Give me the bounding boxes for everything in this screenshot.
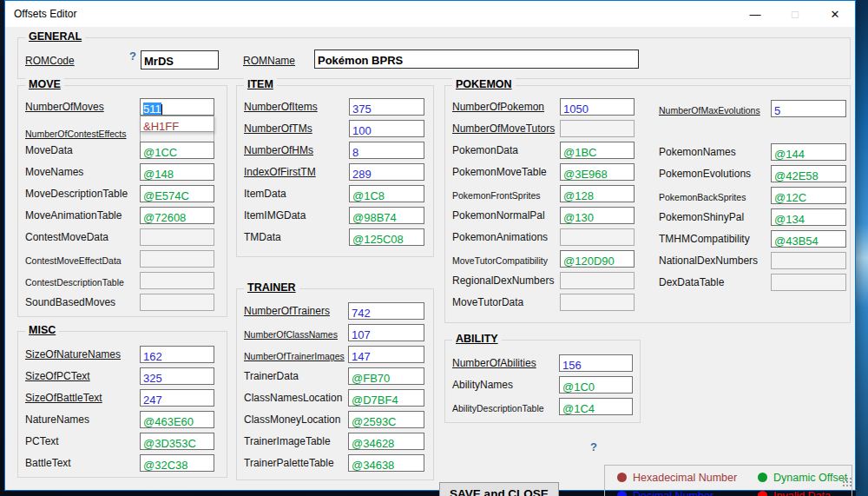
battletext-label: BattleText: [25, 457, 71, 469]
pokemonnames-label: PokemonNames: [659, 146, 736, 158]
numberofmoves-input[interactable]: 511: [140, 98, 214, 116]
numberofmaxevolutions-input[interactable]: 5: [771, 100, 846, 117]
pokemonevolutions-label: PokemonEvolutions: [659, 168, 751, 180]
numberofpokemon-input[interactable]: 1050: [560, 98, 635, 116]
trainerimagetable-input[interactable]: @34628: [348, 433, 424, 450]
pokemonfrontsprites-value: @128: [563, 189, 594, 202]
tmdata-input[interactable]: @125C08: [349, 228, 424, 246]
movenames-input[interactable]: @148: [140, 163, 214, 181]
romcode-label: ROMCode: [25, 55, 75, 67]
romcode-input[interactable]: MrDS: [141, 50, 219, 69]
numberofhms-input[interactable]: 8: [349, 142, 424, 159]
legend-bullet-icon: [758, 491, 767, 496]
pokemonnames-input[interactable]: @144: [771, 143, 846, 161]
pokemonbacksprites-input[interactable]: @12C: [771, 187, 846, 204]
pokemonfrontsprites-input[interactable]: @128: [560, 185, 635, 202]
numberoftrainers-input[interactable]: 742: [348, 302, 424, 320]
moveanimationtable-input[interactable]: @72608: [140, 207, 214, 224]
numberofabilities-input[interactable]: 156: [559, 354, 633, 372]
sizeofpctext-input[interactable]: 325: [140, 367, 214, 385]
legend-bullet-icon: [617, 473, 627, 482]
numberofitems-input[interactable]: 375: [349, 98, 424, 116]
classmoneylocation-label: ClassMoneyLocation: [244, 413, 340, 426]
resize-grip[interactable]: [843, 478, 852, 487]
pokemonevolutions-input[interactable]: @42E58: [771, 165, 846, 182]
numberofhms-label: NumberOfHMs: [244, 144, 313, 156]
sizeofnaturenames-value: 162: [143, 350, 162, 363]
dialog-body: GENERAL ROMCode ? MrDS ROMName Pokémon B…: [5, 27, 855, 490]
abilitynames-input[interactable]: @1C0: [559, 376, 633, 393]
group-title-ability: ABILITY: [452, 333, 502, 345]
text-caret: [161, 104, 162, 116]
numberofpokemon-label: NumberOfPokemon: [452, 101, 544, 113]
movedata-value: @1CC: [143, 146, 177, 159]
battletext-input[interactable]: @32C38: [140, 454, 214, 472]
tmdata-label: TMData: [244, 231, 281, 243]
numberofclassnames-input[interactable]: 107: [348, 324, 424, 341]
naturenames-input[interactable]: @463E60: [140, 411, 214, 428]
numberofitems-label: NumberOfItems: [244, 101, 318, 113]
indexoffirsttm-input[interactable]: 289: [349, 163, 424, 181]
movedata-input[interactable]: @1CC: [140, 142, 214, 159]
legend-item: Decimal Number: [617, 486, 758, 496]
classnameslocation-label: ClassNamesLocation: [244, 392, 342, 404]
numberofmovetutors-input[interactable]: [560, 120, 635, 137]
movedescriptiontable-value: @E574C: [143, 189, 189, 202]
contestmovedata-input[interactable]: [140, 228, 214, 246]
save-and-close-button[interactable]: SAVE and CLOSE: [439, 482, 559, 496]
pokemondata-input[interactable]: @1BC: [560, 142, 635, 159]
itemimgdata-input[interactable]: @98B74: [349, 207, 424, 224]
trainerimagetable-label: TrainerImageTable: [244, 435, 331, 447]
pokemondata-label: PokemonData: [452, 144, 518, 156]
pokemonmovetable-input[interactable]: @3E968: [560, 163, 635, 181]
legend-box: Hexadecimal NumberDynamic OffsetDecimal …: [604, 465, 852, 496]
itemdata-input[interactable]: @1C8: [349, 185, 424, 202]
soundbasedmoves-input[interactable]: [140, 294, 214, 311]
numberoftrainers-value: 742: [352, 307, 371, 320]
pokemonshinypal-input[interactable]: @134: [771, 208, 846, 226]
numberofmaxevolutions-value: 5: [774, 104, 780, 117]
abilitydescriptiontable-input[interactable]: @1C4: [559, 398, 633, 415]
trainerpalettetable-input[interactable]: @34638: [348, 454, 424, 472]
dexdatatable-input[interactable]: [771, 274, 846, 291]
pokemonnormalpal-input[interactable]: @130: [560, 207, 635, 224]
numberoftms-input[interactable]: 100: [349, 120, 424, 137]
tmhmcompatibility-input[interactable]: @43B54: [771, 230, 846, 248]
sizeofbattletext-input[interactable]: 247: [140, 389, 214, 407]
autocomplete-dropdown[interactable]: &H1FF: [140, 116, 214, 132]
abilitydescriptiontable-label: AbilityDescriptionTable: [452, 402, 544, 414]
regionaldexnumbers-input[interactable]: [560, 272, 635, 289]
contestdescriptiontable-input[interactable]: [140, 272, 214, 289]
romname-input[interactable]: Pokémon BPRS: [314, 50, 639, 69]
trainerpalettetable-value: @34638: [352, 459, 394, 472]
nationaldexnumbers-input[interactable]: [771, 252, 846, 269]
movetutorcompatibility-input[interactable]: @120D90: [560, 250, 635, 268]
numberoftrainerimages-input[interactable]: 147: [348, 346, 424, 363]
maximize-icon: □: [775, 1, 815, 27]
minimize-icon[interactable]: —: [735, 1, 775, 27]
sizeofnaturenames-input[interactable]: 162: [140, 346, 214, 363]
legend-bullet-icon: [758, 473, 767, 482]
close-icon[interactable]: ✕: [815, 1, 855, 27]
movetutorcompatibility-value: @120D90: [563, 255, 615, 268]
classnameslocation-input[interactable]: @D7BF4: [348, 389, 424, 407]
contestmoveeffectdata-input[interactable]: [140, 250, 214, 268]
offsets-editor-window: Offsets Editor — □ ✕ GENERAL ROMCode ? M…: [4, 0, 856, 491]
titlebar[interactable]: Offsets Editor — □ ✕: [5, 1, 855, 27]
pokemonanimations-label: PokemonAnimations: [452, 231, 548, 243]
dexdatatable-label: DexDataTable: [659, 276, 724, 288]
trainerdata-input[interactable]: @FB70: [348, 367, 424, 385]
pctext-input[interactable]: @3D353C: [140, 433, 214, 450]
pokemonanimations-input[interactable]: [560, 228, 635, 246]
soundbasedmoves-label: SoundBasedMoves: [25, 296, 115, 308]
romcode-value: MrDS: [144, 55, 174, 68]
numberofabilities-label: NumberOfAbilities: [452, 357, 536, 369]
trainer-group: TRAINER NumberOfTrainers742NumberOfClass…: [236, 288, 434, 480]
help-icon-legend[interactable]: ?: [590, 440, 597, 453]
movedescriptiontable-input[interactable]: @E574C: [140, 185, 214, 202]
help-icon[interactable]: ?: [129, 50, 136, 63]
pokemonshinypal-label: PokemonShinyPal: [659, 211, 744, 223]
movetutordata-input[interactable]: [560, 294, 635, 311]
autocomplete-suggestion[interactable]: &H1FF: [143, 120, 179, 133]
classmoneylocation-input[interactable]: @2593C: [348, 411, 424, 428]
